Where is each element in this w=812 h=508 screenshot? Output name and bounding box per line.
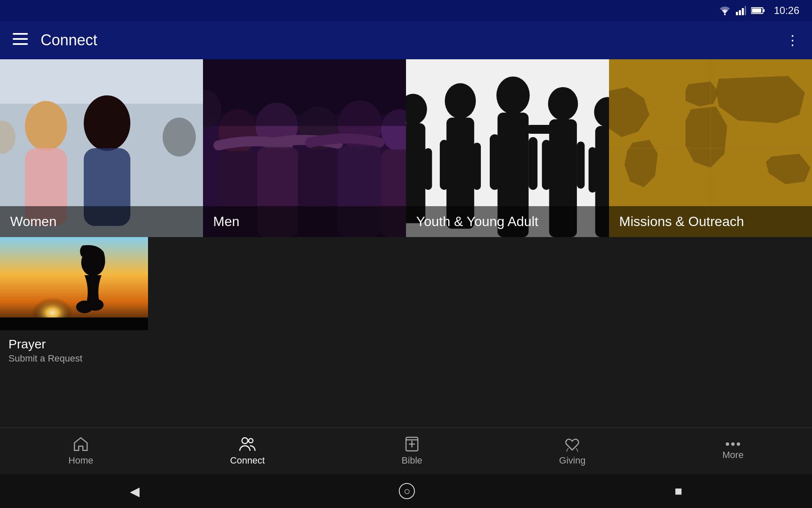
svg-rect-45 (490, 134, 500, 190)
nav-home[interactable]: Home (52, 432, 110, 470)
youth-card-label: Youth & Young Adult (416, 214, 538, 229)
connect-icon (239, 436, 256, 452)
nav-connect-label: Connect (230, 455, 265, 466)
men-card-label: Men (213, 214, 239, 229)
grid-section: Women (0, 59, 812, 237)
prayer-subtitle: Submit a Request (8, 353, 140, 364)
more-options-button[interactable]: ⋮ (786, 32, 799, 48)
youth-card-overlay: Youth & Young Adult (406, 206, 609, 237)
svg-rect-2 (739, 10, 741, 15)
giving-icon (564, 436, 580, 452)
svg-point-68 (249, 439, 253, 443)
hamburger-button[interactable] (13, 33, 28, 48)
svg-rect-49 (542, 140, 551, 190)
page-title: Connect (41, 31, 97, 49)
nav-home-label: Home (69, 455, 93, 466)
status-bar: 10:26 (0, 0, 812, 21)
svg-rect-3 (742, 8, 744, 15)
svg-rect-6 (763, 9, 765, 12)
svg-rect-9 (13, 38, 28, 40)
svg-rect-31 (203, 59, 406, 126)
nav-more-label: More (722, 450, 743, 461)
nav-connect[interactable]: Connect (213, 432, 282, 470)
back-button[interactable]: ◀ (130, 484, 140, 499)
home-icon (73, 436, 88, 452)
svg-rect-53 (589, 147, 596, 193)
women-card-overlay: Women (0, 206, 203, 237)
svg-point-15 (84, 95, 130, 151)
svg-point-73 (726, 442, 729, 446)
svg-rect-46 (529, 137, 538, 190)
svg-rect-10 (13, 43, 28, 45)
bottom-nav: Home Connect Bible Giving (0, 428, 812, 474)
prayer-card[interactable]: Prayer Submit a Request (0, 237, 148, 368)
svg-rect-38 (424, 148, 432, 190)
svg-rect-50 (577, 141, 584, 189)
svg-rect-66 (0, 318, 148, 330)
svg-point-39 (445, 83, 476, 119)
prayer-title: Prayer (8, 337, 140, 351)
more-icon (725, 442, 741, 446)
svg-point-74 (731, 442, 735, 446)
svg-point-67 (242, 438, 248, 444)
svg-point-75 (737, 442, 740, 446)
svg-point-43 (497, 77, 530, 114)
youth-card[interactable]: Youth & Young Adult (406, 59, 609, 237)
men-card-overlay: Men (203, 206, 406, 237)
empty-area (148, 237, 812, 428)
men-card[interactable]: Men (203, 59, 406, 237)
nav-bible-label: Bible (402, 455, 422, 466)
signal-icon (736, 6, 746, 15)
svg-rect-41 (440, 140, 449, 190)
recent-button[interactable]: ■ (675, 484, 682, 498)
missions-card-label: Missions & Outreach (619, 214, 744, 229)
svg-rect-1 (736, 12, 738, 15)
svg-rect-8 (13, 33, 28, 35)
women-card[interactable]: Women (0, 59, 203, 237)
battery-icon (751, 6, 765, 15)
nav-giving[interactable]: Giving (542, 432, 602, 470)
nav-giving-label: Giving (559, 455, 585, 466)
content-area: Prayer Submit a Request (0, 237, 812, 428)
svg-point-18 (162, 118, 196, 157)
svg-point-47 (548, 87, 578, 121)
bible-icon (405, 436, 419, 452)
nav-more[interactable]: More (705, 438, 760, 465)
svg-rect-4 (745, 6, 746, 15)
prayer-text-area: Prayer Submit a Request (0, 330, 148, 371)
system-nav: ◀ ○ ■ (0, 474, 812, 508)
svg-rect-42 (473, 143, 481, 190)
women-card-label: Women (10, 214, 57, 229)
missions-card-overlay: Missions & Outreach (609, 206, 812, 237)
nav-bible[interactable]: Bible (385, 432, 439, 470)
app-bar: Connect ⋮ (0, 21, 812, 59)
svg-point-13 (25, 101, 67, 151)
svg-point-65 (87, 299, 104, 311)
prayer-photo (0, 237, 148, 330)
home-button[interactable]: ○ (399, 483, 415, 499)
svg-point-0 (724, 14, 726, 15)
wifi-icon (719, 6, 731, 15)
status-time: 10:26 (774, 5, 799, 17)
missions-card[interactable]: Missions & Outreach (609, 59, 812, 237)
svg-rect-55 (526, 125, 565, 134)
svg-rect-7 (752, 8, 761, 13)
